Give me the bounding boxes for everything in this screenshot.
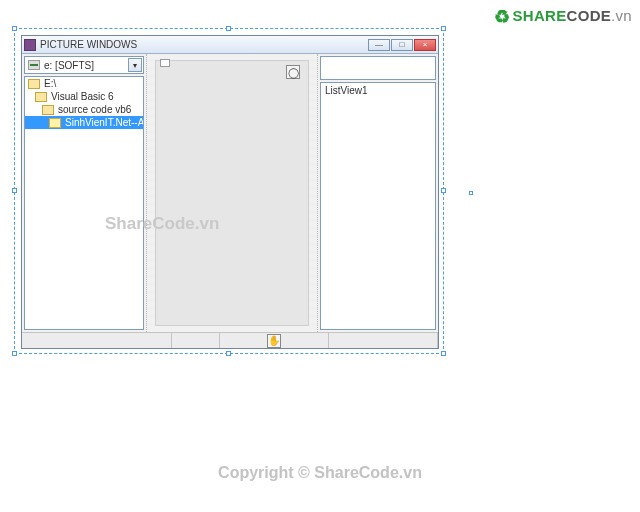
- image-handle-icon: [160, 59, 170, 67]
- resize-handle-ne[interactable]: [441, 26, 446, 31]
- folder-open-icon: [28, 79, 40, 89]
- resize-handle-nw[interactable]: [12, 26, 17, 31]
- recycle-icon: ♻: [494, 7, 510, 27]
- maximize-button[interactable]: □: [391, 39, 413, 51]
- status-cell: [329, 333, 438, 348]
- app-icon: [24, 39, 36, 51]
- dir-label: source code vb6: [58, 104, 131, 115]
- dir-label: E:\: [44, 78, 56, 89]
- brand-logo: ♻SHARECODE.vn: [494, 6, 632, 28]
- app-window: PICTURE WINDOWS — □ × e: [SOFTS] ▾ E:\: [21, 35, 439, 349]
- drive-label: e: [SOFTS]: [44, 60, 94, 71]
- client-area: e: [SOFTS] ▾ E:\ Visual Basic 6 source c…: [22, 54, 438, 332]
- dir-item-selected[interactable]: SinhVienIT.Net--ACDNew: [25, 116, 143, 129]
- right-panel: ListView1: [318, 54, 438, 332]
- close-button[interactable]: ×: [414, 39, 436, 51]
- status-cell: [172, 333, 220, 348]
- image-preview[interactable]: ◯: [155, 60, 309, 326]
- drive-icon: [28, 60, 40, 70]
- file-list[interactable]: [320, 56, 436, 80]
- status-cell: [22, 333, 172, 348]
- watermark-bottom: Copyright © ShareCode.vn: [0, 464, 640, 482]
- form-designer-selection[interactable]: PICTURE WINDOWS — □ × e: [SOFTS] ▾ E:\: [14, 28, 444, 354]
- hand-icon[interactable]: ✋: [267, 334, 281, 348]
- dir-item[interactable]: E:\: [25, 77, 143, 90]
- resize-handle-s[interactable]: [226, 351, 231, 356]
- resize-handle-sw[interactable]: [12, 351, 17, 356]
- status-cell: ✋: [220, 333, 329, 348]
- window-title: PICTURE WINDOWS: [40, 39, 368, 50]
- resize-handle-se[interactable]: [441, 351, 446, 356]
- minimize-button[interactable]: —: [368, 39, 390, 51]
- resize-handle-e[interactable]: [441, 188, 446, 193]
- resize-handle-w[interactable]: [12, 188, 17, 193]
- folder-open-icon: [49, 118, 61, 128]
- listview-label: ListView1: [325, 85, 368, 96]
- resize-handle-n[interactable]: [226, 26, 231, 31]
- picture-panel: ◯: [146, 54, 318, 332]
- dir-item[interactable]: source code vb6: [25, 103, 143, 116]
- folder-open-icon: [42, 105, 54, 115]
- titlebar[interactable]: PICTURE WINDOWS — □ ×: [22, 36, 438, 54]
- combo-dropdown-button[interactable]: ▾: [128, 58, 142, 72]
- listview[interactable]: ListView1: [320, 82, 436, 330]
- timer-control-icon[interactable]: ◯: [286, 65, 300, 79]
- tray-marker: [469, 191, 473, 195]
- statusbar: ✋: [22, 332, 438, 348]
- left-panel: e: [SOFTS] ▾ E:\ Visual Basic 6 source c…: [22, 54, 146, 332]
- directory-list[interactable]: E:\ Visual Basic 6 source code vb6 SinhV…: [24, 76, 144, 330]
- dir-label: Visual Basic 6: [51, 91, 114, 102]
- drive-combo[interactable]: e: [SOFTS] ▾: [24, 56, 144, 74]
- folder-open-icon: [35, 92, 47, 102]
- dir-label: SinhVienIT.Net--ACDNew: [65, 117, 144, 128]
- dir-item[interactable]: Visual Basic 6: [25, 90, 143, 103]
